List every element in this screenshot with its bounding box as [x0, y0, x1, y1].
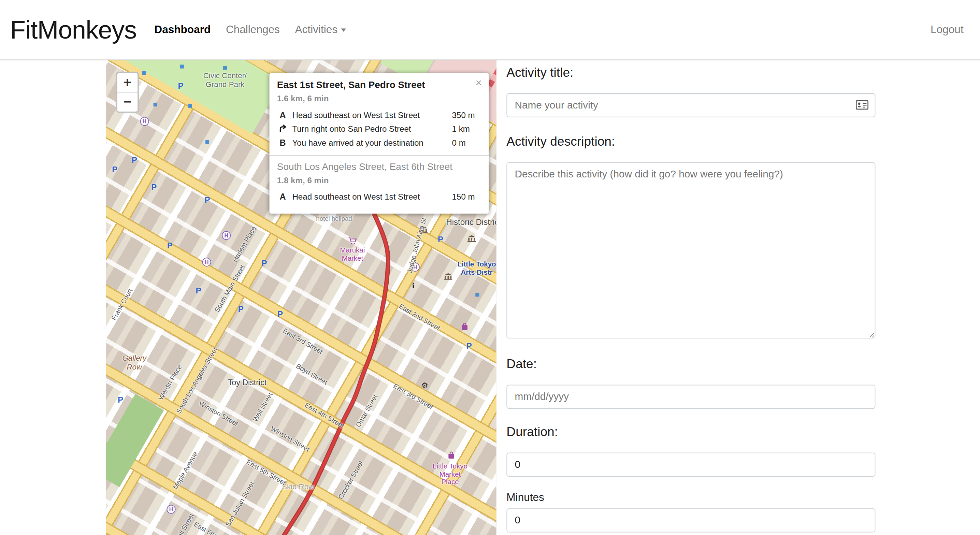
route-primary: East 1st Street, San Pedro Street 1.6 km… — [270, 78, 489, 152]
step-distance: 150 m — [452, 192, 481, 202]
route-step[interactable]: BYou have arrived at your destination0 m — [277, 136, 481, 150]
activity-form: Activity title: Activity description: Da… — [506, 60, 875, 532]
nav-dashboard[interactable]: Dashboard — [154, 24, 210, 36]
step-distance: 1 km — [452, 124, 481, 134]
activity-title-label: Activity title: — [506, 65, 875, 80]
navbar: FitMonkeys Dashboard Challenges Activiti… — [0, 0, 980, 60]
duration-label: Duration: — [506, 425, 875, 439]
activity-description-label: Activity description: — [506, 134, 875, 149]
route-summary: 1.6 km, 6 min — [277, 94, 481, 103]
route-title[interactable]: East 1st Street, San Pedro Street — [277, 79, 481, 90]
step-text: You have arrived at your destination — [292, 138, 448, 148]
duration-hours-input[interactable] — [506, 452, 875, 477]
waypoint-a-icon: A — [277, 110, 288, 120]
duration-minutes-input[interactable] — [506, 508, 875, 533]
step-distance: 350 m — [452, 110, 481, 120]
step-distance: 0 m — [452, 138, 481, 148]
step-text: Head southeast on West 1st Street — [292, 192, 448, 202]
close-icon[interactable]: × — [475, 78, 482, 88]
route-alternative: South Los Angeles Street, East 6th Stree… — [270, 160, 489, 206]
route-steps: AHead southeast on West 1st Street350 mT… — [277, 108, 481, 150]
chevron-down-icon — [341, 29, 346, 32]
route-steps: AHead southeast on West 1st Street150 m — [277, 190, 481, 203]
activity-title-input[interactable] — [506, 93, 875, 117]
date-input[interactable] — [506, 385, 875, 409]
turn-right-icon — [277, 124, 288, 134]
page: FitMonkeys Dashboard Challenges Activiti… — [0, 0, 980, 535]
waypoint-b-icon: B — [277, 138, 288, 148]
zoom-out-button[interactable]: − — [118, 92, 137, 111]
route-step[interactable]: AHead southeast on West 1st Street350 m — [277, 108, 481, 122]
nav-activities-label: Activities — [295, 24, 337, 35]
zoom-in-button[interactable]: + — [118, 73, 137, 92]
step-text: Turn right onto San Pedro Street — [292, 124, 448, 134]
route-summary: 1.8 km, 6 min — [277, 176, 481, 185]
activity-description-textarea[interactable] — [506, 162, 875, 339]
waypoint-a-icon: A — [277, 192, 288, 202]
date-label: Date: — [506, 357, 875, 371]
route-step[interactable]: AHead southeast on West 1st Street150 m — [277, 190, 481, 203]
divider — [270, 155, 489, 156]
minutes-label: Minutes — [506, 491, 875, 504]
brand-logo[interactable]: FitMonkeys — [10, 16, 137, 45]
route-title[interactable]: South Los Angeles Street, East 6th Stree… — [277, 161, 481, 172]
nav-challenges[interactable]: Challenges — [226, 24, 280, 36]
route-instructions-panel: × East 1st Street, San Pedro Street 1.6 … — [270, 73, 489, 213]
map-canvas[interactable]: Civic Center/ Grand Parkhotel helipadHis… — [106, 60, 496, 535]
logout-link[interactable]: Logout — [931, 24, 964, 36]
step-text: Head southeast on West 1st Street — [292, 110, 448, 120]
zoom-control: + − — [116, 72, 139, 113]
route-step[interactable]: Turn right onto San Pedro Street1 km — [277, 122, 481, 137]
nav-links: Dashboard Challenges Activities — [154, 24, 346, 36]
nav-activities-dropdown[interactable]: Activities — [295, 24, 346, 36]
